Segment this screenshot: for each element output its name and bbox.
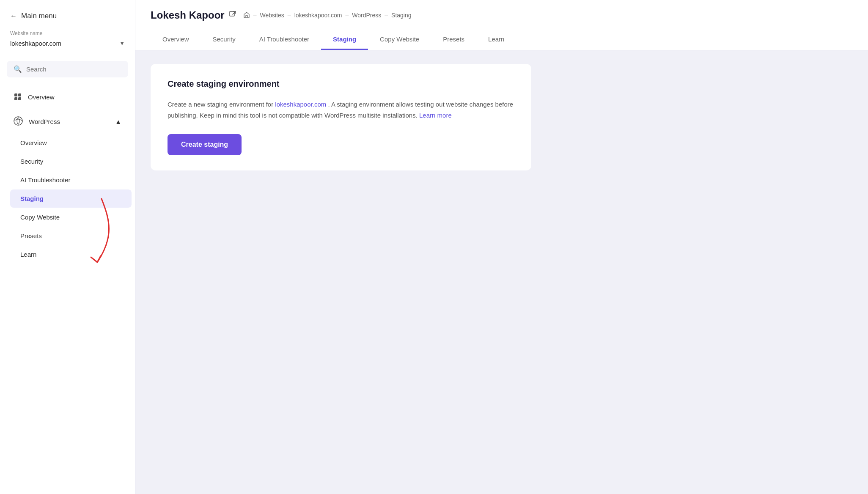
svg-rect-2: [14, 97, 17, 100]
page-body: Create staging environment Create a new …: [135, 50, 868, 494]
svg-rect-0: [14, 93, 17, 96]
breadcrumb-websites: Websites: [260, 12, 284, 19]
external-link-icon[interactable]: [229, 11, 236, 20]
sidebar-item-wp-security-label: Security: [20, 158, 43, 165]
tabs-bar: Overview Security AI Troubleshooter Stag…: [151, 30, 853, 50]
website-name-label: Website name: [0, 29, 135, 37]
sidebar-item-overview-label: Overview: [28, 93, 55, 101]
breadcrumb-separator-3: –: [345, 12, 349, 19]
create-staging-button[interactable]: Create staging: [168, 134, 242, 155]
breadcrumb: – Websites – lokeshkapoor.com – WordPres…: [243, 11, 412, 19]
main-content: Lokesh Kapoor – Websites –: [135, 0, 868, 494]
tab-copy-website[interactable]: Copy Website: [368, 30, 431, 50]
breadcrumb-home-icon: [243, 11, 250, 19]
wordpress-icon: [14, 116, 23, 127]
sidebar-item-wp-ai-troubleshooter-label: AI Troubleshooter: [20, 176, 70, 184]
website-name-value: lokeshkapoor.com: [10, 40, 61, 47]
tab-overview[interactable]: Overview: [151, 30, 201, 50]
divider: [0, 54, 135, 54]
wordpress-collapse-icon: ▲: [115, 118, 121, 125]
sidebar-item-wp-copy-website-label: Copy Website: [20, 214, 60, 221]
search-bar[interactable]: 🔍: [7, 61, 128, 77]
sidebar-item-wp-overview-label: Overview: [20, 139, 47, 146]
tab-ai-troubleshooter[interactable]: AI Troubleshooter: [247, 30, 321, 50]
wordpress-sub-items: Overview Security AI Troubleshooter Stag…: [0, 134, 135, 263]
svg-point-4: [14, 117, 22, 125]
main-menu-label: Main menu: [21, 12, 57, 20]
sidebar-item-wp-presets[interactable]: Presets: [10, 227, 132, 245]
page-title-group: Lokesh Kapoor: [151, 9, 236, 21]
wordpress-header[interactable]: WordPress ▲: [3, 110, 132, 133]
breadcrumb-staging: Staging: [391, 12, 411, 19]
page-header-top: Lokesh Kapoor – Websites –: [151, 9, 853, 21]
description-prefix: Create a new staging environment for: [168, 101, 275, 108]
sidebar-item-wp-staging-label: Staging: [20, 195, 44, 202]
svg-rect-1: [18, 93, 21, 96]
sidebar-item-wp-staging[interactable]: Staging: [10, 189, 132, 208]
breadcrumb-separator-2: –: [288, 12, 291, 19]
learn-more-link[interactable]: Learn more: [419, 112, 452, 119]
wordpress-label: WordPress: [29, 118, 60, 125]
tab-learn[interactable]: Learn: [476, 30, 516, 50]
tab-security[interactable]: Security: [201, 30, 247, 50]
card-title: Create staging environment: [168, 79, 514, 89]
card-description: Create a new staging environment for lok…: [168, 99, 514, 121]
staging-card: Create staging environment Create a new …: [151, 64, 531, 170]
sidebar-item-wp-security[interactable]: Security: [10, 152, 132, 170]
sidebar-item-overview[interactable]: Overview: [3, 87, 132, 107]
breadcrumb-separator-4: –: [385, 12, 388, 19]
page-header: Lokesh Kapoor – Websites –: [135, 0, 868, 50]
breadcrumb-domain: lokeshkapoor.com: [294, 12, 342, 19]
main-menu-button[interactable]: ← Main menu: [0, 0, 135, 29]
sidebar-item-wp-overview[interactable]: Overview: [10, 134, 132, 152]
breadcrumb-wordpress: WordPress: [352, 12, 381, 19]
svg-rect-3: [18, 97, 21, 100]
search-input[interactable]: [26, 66, 121, 73]
sidebar-item-wp-copy-website[interactable]: Copy Website: [10, 208, 132, 226]
sidebar-item-wp-ai-troubleshooter[interactable]: AI Troubleshooter: [10, 171, 132, 189]
search-icon: 🔍: [14, 65, 22, 73]
tab-staging[interactable]: Staging: [321, 30, 368, 50]
sidebar-item-wp-presets-label: Presets: [20, 232, 42, 239]
overview-icon: [14, 93, 22, 101]
description-link[interactable]: lokeshkapoor.com: [275, 101, 326, 108]
website-name-dropdown[interactable]: lokeshkapoor.com ▼: [0, 37, 135, 54]
wordpress-group: WordPress ▲ Overview Security AI Trouble…: [0, 110, 135, 264]
tab-presets[interactable]: Presets: [431, 30, 476, 50]
page-title: Lokesh Kapoor: [151, 9, 225, 21]
breadcrumb-separator-1: –: [253, 12, 257, 19]
chevron-down-icon: ▼: [119, 40, 125, 47]
sidebar-item-wp-learn[interactable]: Learn: [10, 245, 132, 263]
sidebar: ← Main menu Website name lokeshkapoor.co…: [0, 0, 135, 494]
sidebar-item-wp-learn-label: Learn: [20, 251, 36, 258]
back-arrow-icon: ←: [10, 12, 17, 20]
